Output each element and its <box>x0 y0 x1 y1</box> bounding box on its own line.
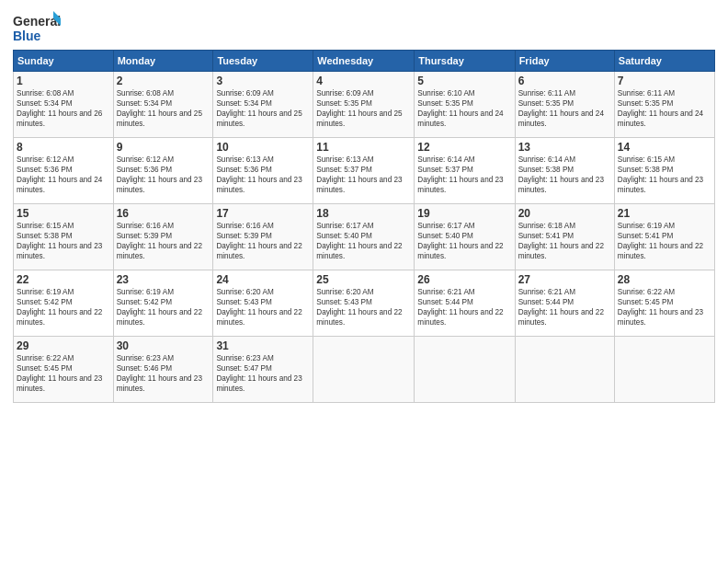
cell-content: Sunrise: 6:13 AMSunset: 5:37 PMDaylight:… <box>316 155 411 195</box>
cell-content: Sunrise: 6:08 AMSunset: 5:34 PMDaylight:… <box>117 88 210 129</box>
calendar-cell: 23Sunrise: 6:19 AMSunset: 5:42 PMDayligh… <box>113 270 213 337</box>
weekday-header: Tuesday <box>213 51 313 72</box>
calendar-cell: 8Sunrise: 6:12 AMSunset: 5:36 PMDaylight… <box>14 138 114 204</box>
day-number: 10 <box>216 141 310 154</box>
day-number: 23 <box>117 273 210 286</box>
calendar-cell: 2Sunrise: 6:08 AMSunset: 5:34 PMDaylight… <box>113 72 213 138</box>
day-number: 14 <box>618 141 711 154</box>
calendar-cell: 5Sunrise: 6:10 AMSunset: 5:35 PMDaylight… <box>415 72 515 138</box>
cell-content: Sunrise: 6:22 AMSunset: 5:45 PMDaylight:… <box>17 353 110 394</box>
weekday-header: Saturday <box>614 51 714 72</box>
weekday-header: Thursday <box>415 51 515 72</box>
day-number: 11 <box>316 141 411 154</box>
day-number: 1 <box>17 75 110 87</box>
day-number: 16 <box>117 207 210 220</box>
day-number: 13 <box>518 141 611 154</box>
day-number: 28 <box>618 273 711 286</box>
day-number: 4 <box>316 75 411 87</box>
calendar-cell: 10Sunrise: 6:13 AMSunset: 5:36 PMDayligh… <box>213 138 313 204</box>
calendar-cell: 4Sunrise: 6:09 AMSunset: 5:35 PMDaylight… <box>313 72 415 138</box>
weekday-header: Friday <box>515 51 614 72</box>
weekday-header: Monday <box>113 51 213 72</box>
calendar-cell: 18Sunrise: 6:17 AMSunset: 5:40 PMDayligh… <box>313 204 415 270</box>
calendar-cell: 15Sunrise: 6:15 AMSunset: 5:38 PMDayligh… <box>14 204 114 270</box>
day-number: 5 <box>417 75 511 87</box>
day-number: 21 <box>618 207 711 220</box>
day-number: 12 <box>417 141 511 154</box>
day-number: 22 <box>17 273 110 286</box>
cell-content: Sunrise: 6:19 AMSunset: 5:41 PMDaylight:… <box>618 221 711 261</box>
day-number: 26 <box>417 273 511 286</box>
calendar-cell: 13Sunrise: 6:14 AMSunset: 5:38 PMDayligh… <box>515 138 614 204</box>
calendar-cell: 9Sunrise: 6:12 AMSunset: 5:36 PMDaylight… <box>113 138 213 204</box>
cell-content: Sunrise: 6:18 AMSunset: 5:41 PMDaylight:… <box>518 221 611 261</box>
cell-content: Sunrise: 6:19 AMSunset: 5:42 PMDaylight:… <box>117 287 210 327</box>
calendar-cell: 27Sunrise: 6:21 AMSunset: 5:44 PMDayligh… <box>515 270 614 337</box>
calendar-cell: 7Sunrise: 6:11 AMSunset: 5:35 PMDaylight… <box>614 72 714 138</box>
calendar-cell: 29Sunrise: 6:22 AMSunset: 5:45 PMDayligh… <box>14 337 114 403</box>
cell-content: Sunrise: 6:09 AMSunset: 5:35 PMDaylight:… <box>316 88 411 129</box>
cell-content: Sunrise: 6:11 AMSunset: 5:35 PMDaylight:… <box>518 88 611 129</box>
cell-content: Sunrise: 6:15 AMSunset: 5:38 PMDaylight:… <box>618 155 711 195</box>
cell-content: Sunrise: 6:12 AMSunset: 5:36 PMDaylight:… <box>117 155 210 195</box>
calendar-body: 1Sunrise: 6:08 AMSunset: 5:34 PMDaylight… <box>14 72 715 403</box>
calendar-cell <box>415 337 515 403</box>
calendar-table: SundayMondayTuesdayWednesdayThursdayFrid… <box>13 50 715 403</box>
svg-text:Blue: Blue <box>13 29 41 43</box>
calendar-cell: 25Sunrise: 6:20 AMSunset: 5:43 PMDayligh… <box>313 270 415 337</box>
calendar-cell: 14Sunrise: 6:15 AMSunset: 5:38 PMDayligh… <box>614 138 714 204</box>
cell-content: Sunrise: 6:15 AMSunset: 5:38 PMDaylight:… <box>17 221 110 261</box>
calendar-cell <box>515 337 614 403</box>
cell-content: Sunrise: 6:12 AMSunset: 5:36 PMDaylight:… <box>17 155 110 195</box>
day-number: 30 <box>117 339 210 352</box>
calendar-cell: 1Sunrise: 6:08 AMSunset: 5:34 PMDaylight… <box>14 72 114 138</box>
day-number: 25 <box>316 273 411 286</box>
cell-content: Sunrise: 6:09 AMSunset: 5:34 PMDaylight:… <box>216 88 310 129</box>
logo: General Blue <box>13 9 61 44</box>
calendar-cell: 26Sunrise: 6:21 AMSunset: 5:44 PMDayligh… <box>415 270 515 337</box>
main-container: General Blue SundayMondayTuesdayWednesda… <box>0 0 728 412</box>
calendar-cell: 28Sunrise: 6:22 AMSunset: 5:45 PMDayligh… <box>614 270 714 337</box>
calendar-header: SundayMondayTuesdayWednesdayThursdayFrid… <box>14 51 715 72</box>
calendar-cell: 3Sunrise: 6:09 AMSunset: 5:34 PMDaylight… <box>213 72 313 138</box>
day-number: 6 <box>518 75 611 87</box>
day-number: 7 <box>618 75 711 87</box>
cell-content: Sunrise: 6:14 AMSunset: 5:38 PMDaylight:… <box>518 155 611 195</box>
day-number: 27 <box>518 273 611 286</box>
day-number: 9 <box>117 141 210 154</box>
calendar-cell: 20Sunrise: 6:18 AMSunset: 5:41 PMDayligh… <box>515 204 614 270</box>
calendar-cell: 31Sunrise: 6:23 AMSunset: 5:47 PMDayligh… <box>213 337 313 403</box>
cell-content: Sunrise: 6:14 AMSunset: 5:37 PMDaylight:… <box>417 155 511 195</box>
calendar-week-row: 22Sunrise: 6:19 AMSunset: 5:42 PMDayligh… <box>14 270 715 337</box>
calendar-cell <box>614 337 714 403</box>
calendar-cell: 17Sunrise: 6:16 AMSunset: 5:39 PMDayligh… <box>213 204 313 270</box>
cell-content: Sunrise: 6:11 AMSunset: 5:35 PMDaylight:… <box>618 88 711 129</box>
cell-content: Sunrise: 6:20 AMSunset: 5:43 PMDaylight:… <box>216 287 310 327</box>
header-row: SundayMondayTuesdayWednesdayThursdayFrid… <box>14 51 715 72</box>
cell-content: Sunrise: 6:23 AMSunset: 5:47 PMDaylight:… <box>216 353 310 394</box>
day-number: 24 <box>216 273 310 286</box>
header: General Blue <box>13 9 715 44</box>
cell-content: Sunrise: 6:16 AMSunset: 5:39 PMDaylight:… <box>216 221 310 261</box>
calendar-cell: 6Sunrise: 6:11 AMSunset: 5:35 PMDaylight… <box>515 72 614 138</box>
calendar-cell: 12Sunrise: 6:14 AMSunset: 5:37 PMDayligh… <box>415 138 515 204</box>
day-number: 31 <box>216 339 310 352</box>
calendar-week-row: 15Sunrise: 6:15 AMSunset: 5:38 PMDayligh… <box>14 204 715 270</box>
cell-content: Sunrise: 6:22 AMSunset: 5:45 PMDaylight:… <box>618 287 711 327</box>
calendar-cell: 22Sunrise: 6:19 AMSunset: 5:42 PMDayligh… <box>14 270 114 337</box>
calendar-week-row: 8Sunrise: 6:12 AMSunset: 5:36 PMDaylight… <box>14 138 715 204</box>
day-number: 19 <box>417 207 511 220</box>
day-number: 8 <box>17 141 110 154</box>
cell-content: Sunrise: 6:17 AMSunset: 5:40 PMDaylight:… <box>316 221 411 261</box>
cell-content: Sunrise: 6:13 AMSunset: 5:36 PMDaylight:… <box>216 155 310 195</box>
calendar-cell <box>313 337 415 403</box>
day-number: 3 <box>216 75 310 87</box>
day-number: 29 <box>17 339 110 352</box>
weekday-header: Sunday <box>14 51 114 72</box>
calendar-cell: 16Sunrise: 6:16 AMSunset: 5:39 PMDayligh… <box>113 204 213 270</box>
day-number: 17 <box>216 207 310 220</box>
calendar-cell: 21Sunrise: 6:19 AMSunset: 5:41 PMDayligh… <box>614 204 714 270</box>
calendar-cell: 30Sunrise: 6:23 AMSunset: 5:46 PMDayligh… <box>113 337 213 403</box>
cell-content: Sunrise: 6:20 AMSunset: 5:43 PMDaylight:… <box>316 287 411 327</box>
calendar-week-row: 29Sunrise: 6:22 AMSunset: 5:45 PMDayligh… <box>14 337 715 403</box>
